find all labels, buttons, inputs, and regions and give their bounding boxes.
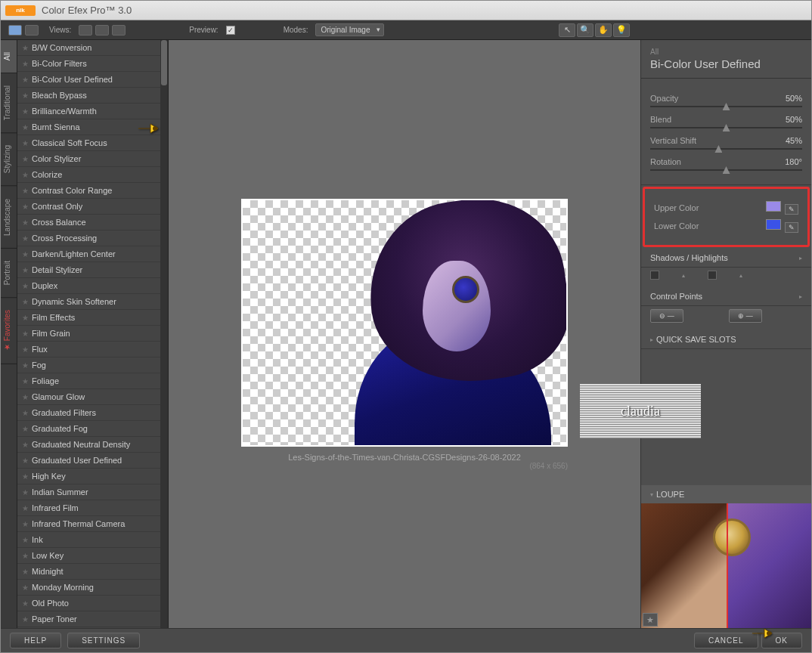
- filter-item[interactable]: ★Glamour Glow: [17, 389, 168, 405]
- settings-button[interactable]: SETTINGS: [67, 633, 140, 648]
- filter-item[interactable]: ★Film Effects: [17, 310, 168, 326]
- category-tab-traditional[interactable]: Traditional: [1, 73, 17, 133]
- filter-item[interactable]: ★Fog: [17, 357, 168, 373]
- star-icon[interactable]: ★: [22, 44, 29, 52]
- hint-tool-icon[interactable]: 💡: [613, 23, 630, 37]
- star-icon[interactable]: ★: [22, 441, 29, 449]
- star-icon[interactable]: ★: [22, 155, 29, 163]
- filter-item[interactable]: ★Infrared Thermal Camera: [17, 516, 168, 532]
- star-icon[interactable]: ★: [22, 91, 29, 100]
- filter-item[interactable]: ★High Key: [17, 469, 168, 484]
- lower-color-swatch[interactable]: [766, 219, 781, 230]
- filter-item[interactable]: ★Contrast Color Range: [17, 183, 168, 199]
- star-icon[interactable]: ★: [22, 187, 29, 195]
- filter-item[interactable]: ★Graduated Fog: [17, 421, 168, 437]
- filter-item[interactable]: ★Duplex: [17, 278, 168, 294]
- filter-item[interactable]: ★Pastel: [17, 627, 168, 628]
- slider[interactable]: [650, 106, 802, 107]
- star-icon[interactable]: ★: [22, 76, 29, 84]
- star-icon[interactable]: ★: [22, 393, 29, 401]
- upper-color-eyedropper-icon[interactable]: ✎: [785, 204, 798, 215]
- category-tab-portrait[interactable]: Portrait: [1, 249, 17, 298]
- filter-item[interactable]: ★Bi-Color Filters: [17, 56, 168, 72]
- layout-2-icon[interactable]: [95, 25, 109, 36]
- filter-item[interactable]: ★Ink: [17, 532, 168, 548]
- star-icon[interactable]: ★: [22, 203, 29, 211]
- filter-item[interactable]: ★Film Grain: [17, 326, 168, 342]
- star-icon[interactable]: ★: [22, 536, 29, 544]
- loupe-favorite-icon[interactable]: ★: [643, 613, 658, 627]
- star-icon[interactable]: ★: [22, 520, 29, 528]
- star-icon[interactable]: ★: [22, 107, 29, 116]
- filter-item[interactable]: ★Graduated Neutral Density: [17, 437, 168, 453]
- star-icon[interactable]: ★: [22, 218, 29, 227]
- filter-item[interactable]: ★Contrast Only: [17, 199, 168, 215]
- filter-item[interactable]: ★Brilliance/Warmth: [17, 104, 168, 119]
- scrollbar-thumb[interactable]: [161, 40, 167, 85]
- star-icon[interactable]: ★: [22, 314, 29, 322]
- star-icon[interactable]: ★: [22, 361, 29, 370]
- star-icon[interactable]: ★: [22, 488, 29, 497]
- modes-select[interactable]: Original Image: [315, 23, 384, 36]
- filter-item[interactable]: ★Foliage: [17, 373, 168, 389]
- view-single-icon[interactable]: [8, 25, 22, 36]
- star-icon[interactable]: ★: [22, 250, 29, 258]
- star-icon[interactable]: ★: [22, 552, 29, 560]
- star-icon[interactable]: ★: [22, 345, 29, 354]
- star-icon[interactable]: ★: [22, 568, 29, 576]
- filter-item[interactable]: ★Indian Summer: [17, 484, 168, 500]
- loupe-preview[interactable]: ★: [641, 503, 811, 628]
- slider[interactable]: [650, 127, 802, 128]
- zoom-tool-icon[interactable]: 🔍: [577, 23, 594, 37]
- highlights-checkbox[interactable]: [708, 271, 717, 280]
- filter-item[interactable]: ★Midnight: [17, 564, 168, 580]
- star-icon[interactable]: ★: [22, 60, 29, 68]
- star-icon[interactable]: ★: [22, 330, 29, 338]
- filter-item[interactable]: ★Bleach Bypass: [17, 88, 168, 104]
- filter-item[interactable]: ★Darken/Lighten Center: [17, 246, 168, 262]
- star-icon[interactable]: ★: [22, 139, 29, 147]
- scrollbar[interactable]: [160, 40, 168, 628]
- preview-checkbox[interactable]: ✓: [226, 26, 235, 35]
- add-control-point-minus-button[interactable]: ⊖ —: [650, 309, 683, 323]
- star-icon[interactable]: ★: [22, 171, 29, 179]
- category-tab-all[interactable]: All: [1, 40, 17, 73]
- filter-item[interactable]: ★Monday Morning: [17, 580, 168, 596]
- control-points-header[interactable]: Control Points ▸: [641, 287, 811, 306]
- shadows-checkbox[interactable]: [650, 271, 659, 280]
- filter-item[interactable]: ★Detail Stylizer: [17, 262, 168, 278]
- star-icon[interactable]: ★: [22, 266, 29, 274]
- category-tab-stylizing[interactable]: Stylizing: [1, 133, 17, 186]
- filter-item[interactable]: ★Cross Processing: [17, 231, 168, 246]
- upper-color-swatch[interactable]: [766, 201, 781, 212]
- star-icon[interactable]: ★: [22, 472, 29, 481]
- filter-item[interactable]: ★Old Photo: [17, 596, 168, 611]
- help-button[interactable]: HELP: [10, 633, 61, 648]
- filter-item[interactable]: ★B/W Conversion: [17, 40, 168, 56]
- preview-image[interactable]: [241, 199, 568, 447]
- filter-item[interactable]: ★Low Key: [17, 548, 168, 564]
- star-icon[interactable]: ★: [22, 504, 29, 512]
- filter-item[interactable]: ★Paper Toner: [17, 611, 168, 627]
- star-icon[interactable]: ★: [22, 298, 29, 306]
- star-icon[interactable]: ★: [22, 425, 29, 433]
- lower-color-eyedropper-icon[interactable]: ✎: [785, 222, 798, 233]
- star-icon[interactable]: ★: [22, 409, 29, 417]
- filter-item[interactable]: ★Graduated Filters: [17, 405, 168, 421]
- add-control-point-plus-button[interactable]: ⊕ —: [729, 309, 762, 323]
- category-tab-favorites[interactable]: ★ Favorites: [1, 298, 17, 364]
- layout-3-icon[interactable]: [112, 25, 126, 36]
- filter-item[interactable]: ★Classical Soft Focus: [17, 135, 168, 151]
- star-icon[interactable]: ★: [22, 583, 29, 592]
- star-icon[interactable]: ★: [22, 234, 29, 243]
- star-icon[interactable]: ★: [22, 123, 29, 132]
- filter-item[interactable]: ★Burnt Sienna: [17, 119, 168, 135]
- slider[interactable]: [650, 169, 802, 171]
- filter-item[interactable]: ★Dynamic Skin Softener: [17, 294, 168, 310]
- filter-item[interactable]: ★Color Stylizer: [17, 151, 168, 167]
- loupe-header[interactable]: ▾ LOUPE: [641, 485, 811, 503]
- filter-item[interactable]: ★Graduated User Defined: [17, 453, 168, 469]
- filter-item[interactable]: ★Colorize: [17, 167, 168, 183]
- filter-item[interactable]: ★Bi-Color User Defined: [17, 72, 168, 88]
- hand-tool-icon[interactable]: ✋: [595, 23, 612, 37]
